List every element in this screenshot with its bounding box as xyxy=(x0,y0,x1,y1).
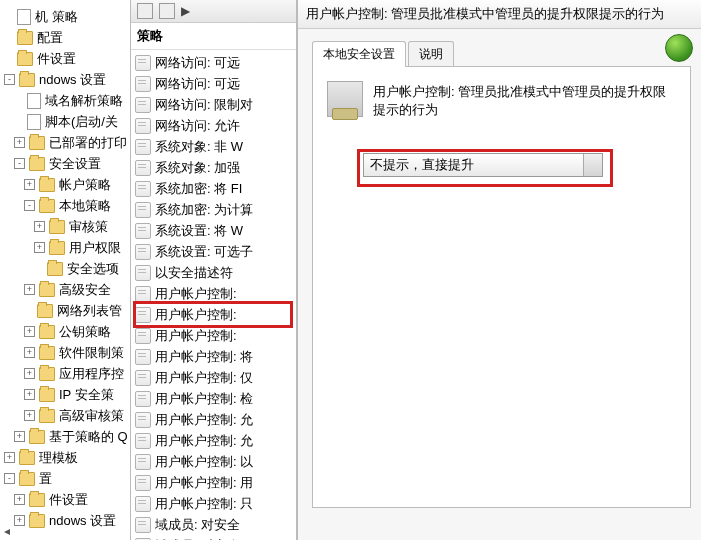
folder-icon xyxy=(29,157,45,171)
expand-icon[interactable]: + xyxy=(24,368,35,379)
tree-item[interactable]: +理模板 xyxy=(0,447,130,468)
list-item[interactable]: 系统加密: 将 FI xyxy=(131,178,296,199)
list-item[interactable]: 用户帐户控制: 允 xyxy=(131,409,296,430)
tree-item-label: 件设置 xyxy=(49,490,88,509)
toggle-blank xyxy=(24,306,33,315)
list-item[interactable]: 系统对象: 非 W xyxy=(131,136,296,157)
list-item-label: 系统设置: 可选子 xyxy=(155,242,253,261)
policy-item-icon xyxy=(135,349,151,365)
tree-item-label: 审核策 xyxy=(69,217,108,236)
tab-local-security[interactable]: 本地安全设置 xyxy=(312,41,406,67)
tree-item-label: 安全设置 xyxy=(49,154,101,173)
expand-icon[interactable]: + xyxy=(24,389,35,400)
tree-item[interactable]: 脚本(启动/关 xyxy=(0,111,130,132)
tree-item[interactable]: +IP 安全策 xyxy=(0,384,130,405)
tree-item[interactable]: +已部署的打印 xyxy=(0,132,130,153)
list-column-header[interactable]: 策略 xyxy=(131,23,296,50)
list-item[interactable]: 用户帐户控制: xyxy=(131,325,296,346)
list-item[interactable]: 用户帐户控制: 用 xyxy=(131,472,296,493)
tree-item[interactable]: 机 策略 xyxy=(0,6,130,27)
list-item[interactable]: 用户帐户控制: 将 xyxy=(131,346,296,367)
tree-item-label: 本地策略 xyxy=(59,196,111,215)
list-item[interactable]: 网络访问: 限制对 xyxy=(131,94,296,115)
tree-item[interactable]: +用户权限 xyxy=(0,237,130,258)
tree-item[interactable]: +审核策 xyxy=(0,216,130,237)
list-item[interactable]: 用户帐户控制: xyxy=(131,283,296,304)
tree-item-label: 公钥策略 xyxy=(59,322,111,341)
expand-icon[interactable]: + xyxy=(24,410,35,421)
scroll-left-arrow[interactable]: ◂ xyxy=(4,524,10,538)
list-item[interactable]: 系统加密: 为计算 xyxy=(131,199,296,220)
tree-item-label: 高级安全 xyxy=(59,280,111,299)
tree-item[interactable]: +应用程序控 xyxy=(0,363,130,384)
list-item[interactable]: 系统对象: 加强 xyxy=(131,157,296,178)
tree-item[interactable]: +基于策略的 Q xyxy=(0,426,130,447)
expand-icon[interactable]: + xyxy=(14,137,25,148)
list-item[interactable]: 系统设置: 可选子 xyxy=(131,241,296,262)
expand-icon[interactable]: + xyxy=(14,494,25,505)
list-item[interactable]: 用户帐户控制: 以 xyxy=(131,451,296,472)
list-item[interactable]: 以安全描述符 xyxy=(131,262,296,283)
tree-item[interactable]: -ndows 设置 xyxy=(0,69,130,90)
list-item-label: 用户帐户控制: 将 xyxy=(155,347,253,366)
expand-icon[interactable]: + xyxy=(24,284,35,295)
list-item[interactable]: 用户帐户控制: 只 xyxy=(131,493,296,514)
tree-item-label: 基于策略的 Q xyxy=(49,427,128,446)
list-item[interactable]: 用户帐户控制: 允 xyxy=(131,430,296,451)
tree-item[interactable]: +ndows 设置 xyxy=(0,510,130,531)
list-item-label: 网络访问: 限制对 xyxy=(155,95,253,114)
expand-icon[interactable]: + xyxy=(14,515,25,526)
list-item[interactable]: 网络访问: 可远 xyxy=(131,52,296,73)
list-item[interactable]: 用户帐户控制: 仅 xyxy=(131,367,296,388)
list-item[interactable]: 用户帐户控制: xyxy=(131,304,296,325)
collapse-icon[interactable]: - xyxy=(4,74,15,85)
tree-item[interactable]: 件设置 xyxy=(0,48,130,69)
tree-item-label: 网络列表管 xyxy=(57,301,122,320)
tree-item[interactable]: +帐户策略 xyxy=(0,174,130,195)
tree-item[interactable]: +高级安全 xyxy=(0,279,130,300)
expand-icon[interactable]: + xyxy=(24,179,35,190)
page-icon xyxy=(27,93,41,109)
tree-item[interactable]: 配置 xyxy=(0,27,130,48)
toolbar-icon[interactable] xyxy=(159,3,175,19)
expand-icon[interactable]: + xyxy=(34,242,45,253)
folder-icon xyxy=(17,31,33,45)
tree-item[interactable]: 网络列表管 xyxy=(0,300,130,321)
list-item[interactable]: 网络访问: 可远 xyxy=(131,73,296,94)
expand-icon[interactable]: + xyxy=(24,326,35,337)
tree-item[interactable]: -安全设置 xyxy=(0,153,130,174)
toolbar-icon[interactable] xyxy=(137,3,153,19)
folder-icon xyxy=(49,241,65,255)
tree-item[interactable]: +公钥策略 xyxy=(0,321,130,342)
list-item[interactable]: 域成员: 对安全 xyxy=(131,535,296,540)
expand-icon[interactable]: + xyxy=(24,347,35,358)
toolbar-arrow-icon[interactable]: ▶ xyxy=(181,4,190,18)
tree-item-label: 帐户策略 xyxy=(59,175,111,194)
tree-item[interactable]: +高级审核策 xyxy=(0,405,130,426)
list-item[interactable]: 系统设置: 将 W xyxy=(131,220,296,241)
tree-item[interactable]: -本地策略 xyxy=(0,195,130,216)
elevation-behavior-combo[interactable]: 不提示，直接提升 xyxy=(363,153,603,177)
tree-item[interactable]: +件设置 xyxy=(0,489,130,510)
tree-item[interactable]: 安全选项 xyxy=(0,258,130,279)
policy-item-icon xyxy=(135,118,151,134)
tab-explain[interactable]: 说明 xyxy=(408,41,454,67)
tree-item[interactable]: 域名解析策略 xyxy=(0,90,130,111)
tree-item[interactable]: +软件限制策 xyxy=(0,342,130,363)
list-item-label: 网络访问: 可远 xyxy=(155,74,240,93)
tree-item-label: 配置 xyxy=(37,28,63,47)
collapse-icon[interactable]: - xyxy=(24,200,35,211)
expand-icon[interactable]: + xyxy=(34,221,45,232)
collapse-icon[interactable]: - xyxy=(4,473,15,484)
list-item[interactable]: 域成员: 对安全 xyxy=(131,514,296,535)
tree-item[interactable]: -置 xyxy=(0,468,130,489)
toggle-blank xyxy=(34,264,43,273)
list-toolbar: ▶ xyxy=(131,0,296,23)
list-item[interactable]: 网络访问: 允许 xyxy=(131,115,296,136)
expand-icon[interactable]: + xyxy=(4,452,15,463)
list-item[interactable]: 用户帐户控制: 检 xyxy=(131,388,296,409)
policy-item-icon xyxy=(135,223,151,239)
collapse-icon[interactable]: - xyxy=(14,158,25,169)
expand-icon[interactable]: + xyxy=(14,431,25,442)
list-item-label: 系统对象: 加强 xyxy=(155,158,240,177)
